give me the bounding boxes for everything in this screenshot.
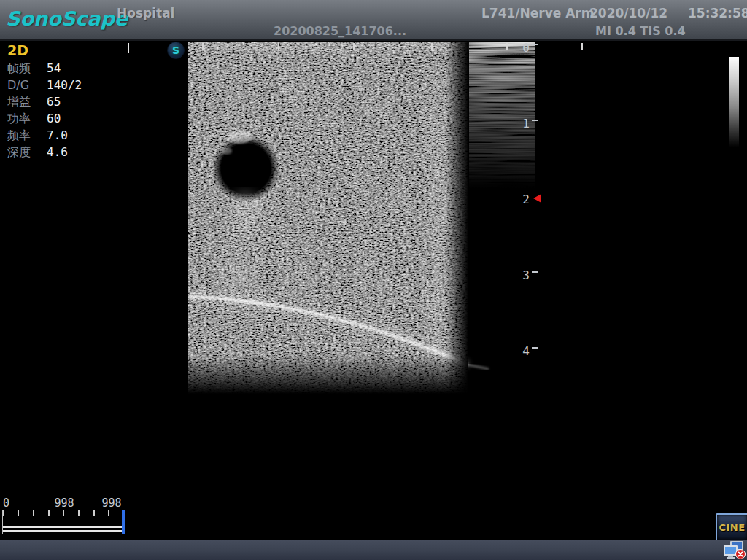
cine-rail [3,526,124,532]
depth-ruler-tick [532,120,538,121]
top-status-bar: SonoScape Hospital 20200825_141706... L7… [0,0,747,41]
depth-ruler-tick [532,271,538,273]
param-label: 深度 [7,145,31,160]
param-row-depth: 深度 4.6 [7,145,117,162]
cine-tick [93,510,95,516]
cine-tick [18,510,19,516]
depth-ruler-tick [532,44,538,45]
cine-range-end: 998 [96,497,128,510]
depth-ruler-label: 0 [515,41,530,55]
grayscale-bar [729,57,739,147]
cine-tick [3,510,4,516]
imaging-mode-label: 2D [7,42,28,58]
param-label: 频率 [7,128,31,144]
scale-tick [202,43,204,50]
scale-tick [581,43,583,50]
depth-ruler-label: 4 [515,344,530,358]
param-row-framerate: 帧频 54 [7,61,117,78]
param-label: 功率 [7,112,31,127]
hospital-name: Hospital [117,6,174,20]
sonoscape-logo: SonoScape [6,7,128,30]
cine-tick [108,510,109,516]
depth-ruler-tick [532,347,538,349]
cine-range-start: 0 [3,497,9,510]
probe-marker-letter: S [172,44,179,56]
param-row-frequency: 频率 7.0 [7,128,117,145]
cine-range-mid: 998 [48,497,80,510]
depth-ruler-label: 3 [515,268,530,282]
taskbar [0,540,747,560]
param-label: 帧频 [7,61,31,77]
probe-preset: L741/Nerve Arm [481,6,594,20]
system-date: 2020/10/12 [589,6,667,20]
exam-id: 20200825_141706... [274,24,406,38]
cine-tick [78,510,80,516]
param-row-dynamic-range: D/G 140/2 [7,78,117,95]
probe-orientation-marker-icon: S [167,42,185,59]
param-value: 65 [47,95,61,109]
depth-ruler-label: 2 [515,192,530,206]
param-value: 7.0 [47,128,68,142]
cine-tick [63,510,64,516]
focus-marker-icon[interactable] [533,194,541,203]
param-value: 60 [47,112,61,125]
param-row-power: 功率 60 [7,112,117,128]
depth-ruler-label: 1 [515,117,530,131]
scale-tick [353,43,355,50]
ultrasound-machine-screen: SonoScape Hospital 20200825_141706... L7… [0,0,747,560]
ultrasound-bmode-render [188,42,535,394]
scale-tick [506,43,508,50]
param-value: 54 [47,61,61,75]
param-value: 140/2 [47,78,82,92]
param-label: 增益 [7,95,31,110]
scale-tick [278,43,279,50]
cine-tick [33,510,34,516]
scale-tick [431,43,433,50]
cine-position-marker[interactable] [122,510,125,534]
ultrasound-image[interactable] [188,42,535,394]
param-label: D/G [7,78,29,92]
param-row-gain: 增益 65 [7,95,117,112]
cine-button[interactable]: CINE [716,513,747,541]
param-value: 4.6 [47,145,68,159]
system-time: 15:32:58 [688,6,747,20]
cine-tick [48,510,50,516]
mi-tis-indices: MI 0.4 TIS 0.4 [595,24,686,38]
tgc-cursor-mark [128,43,129,53]
cine-button-label: CINE [719,522,745,533]
network-disconnected-icon[interactable] [724,540,746,559]
cine-scrubber[interactable] [2,510,125,534]
